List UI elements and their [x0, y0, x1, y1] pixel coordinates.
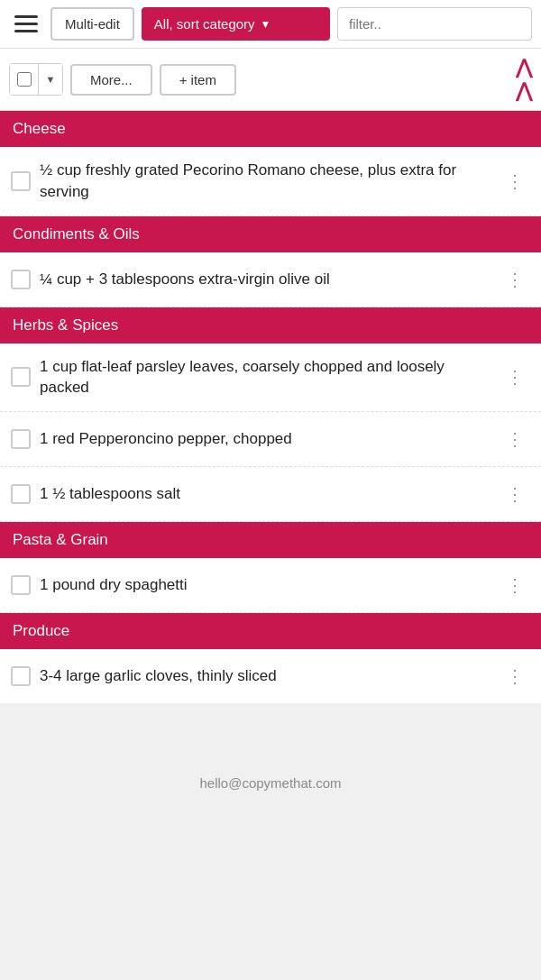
footer: hello@copymethat.com [0, 757, 541, 809]
filter-input[interactable] [337, 7, 532, 41]
item-more-icon[interactable]: ⋮ [500, 480, 530, 508]
toolbar-row2: ▼ More... + item ⋀⋀ [0, 49, 541, 111]
item-checkbox[interactable] [11, 270, 31, 289]
item-more-icon[interactable]: ⋮ [500, 425, 530, 453]
item-text: ¼ cup + 3 tablespoons extra-virgin olive… [40, 269, 491, 290]
item-checkbox[interactable] [11, 666, 31, 686]
item-checkbox[interactable] [11, 484, 31, 504]
multi-edit-button[interactable]: Multi-edit [50, 7, 134, 41]
item-text: 1 ½ tablespoons salt [40, 483, 491, 505]
grocery-list: Cheese½ cup freshly grated Pecorino Roma… [0, 111, 541, 703]
select-all-checkbox[interactable] [17, 72, 32, 87]
item-more-icon[interactable]: ⋮ [500, 362, 530, 391]
category-header-3: Pasta & Grain [0, 522, 541, 558]
footer-email: hello@copymethat.com [200, 775, 342, 791]
toolbar-row1: Multi-edit All, sort category ▼ [0, 0, 541, 49]
hamburger-button[interactable] [9, 10, 43, 38]
hamburger-line3 [14, 30, 38, 32]
item-checkbox[interactable] [11, 367, 31, 387]
category-header-0: Cheese [0, 111, 541, 147]
hamburger-line2 [14, 23, 38, 25]
item-more-icon[interactable]: ⋮ [500, 167, 530, 196]
list-item: 1 red Pepperoncino pepper, chopped⋮ [0, 412, 541, 467]
list-item: 3-4 large garlic cloves, thinly sliced⋮ [0, 649, 541, 703]
item-text: 1 pound dry spaghetti [40, 574, 491, 596]
category-header-2: Herbs & Spices [0, 307, 541, 343]
list-item: 1 ½ tablespoons salt⋮ [0, 467, 541, 522]
category-header-4: Produce [0, 613, 541, 649]
more-button[interactable]: More... [70, 64, 152, 96]
item-more-icon[interactable]: ⋮ [500, 571, 530, 600]
item-checkbox[interactable] [11, 171, 31, 191]
item-text: ½ cup freshly grated Pecorino Romano che… [40, 160, 491, 203]
list-item: ½ cup freshly grated Pecorino Romano che… [0, 147, 541, 216]
item-more-icon[interactable]: ⋮ [500, 662, 530, 691]
sort-label: All, sort category [154, 16, 255, 32]
add-item-button[interactable]: + item [160, 64, 236, 96]
select-all-dropdown[interactable]: ▼ [9, 63, 63, 96]
item-checkbox[interactable] [11, 429, 31, 449]
item-text: 1 cup flat-leaf parsley leaves, coarsely… [40, 356, 491, 399]
list-item: ¼ cup + 3 tablespoons extra-virgin olive… [0, 252, 541, 307]
hamburger-line1 [14, 15, 38, 18]
list-item: 1 cup flat-leaf parsley leaves, coarsely… [0, 343, 541, 413]
collapse-button[interactable]: ⋀⋀ [516, 56, 532, 103]
item-more-icon[interactable]: ⋮ [500, 265, 530, 294]
list-item: 1 pound dry spaghetti⋮ [0, 558, 541, 613]
double-chevron-up-icon: ⋀⋀ [516, 56, 532, 102]
item-checkbox[interactable] [11, 575, 31, 595]
category-header-1: Condiments & Oils [0, 216, 541, 252]
select-all-chevron-icon[interactable]: ▼ [39, 64, 62, 95]
chevron-down-icon: ▼ [261, 18, 271, 31]
select-all-checkbox-area[interactable] [10, 64, 39, 95]
item-text: 3-4 large garlic cloves, thinly sliced [40, 665, 491, 687]
item-text: 1 red Pepperoncino pepper, chopped [40, 428, 491, 450]
sort-category-button[interactable]: All, sort category ▼ [142, 7, 330, 41]
